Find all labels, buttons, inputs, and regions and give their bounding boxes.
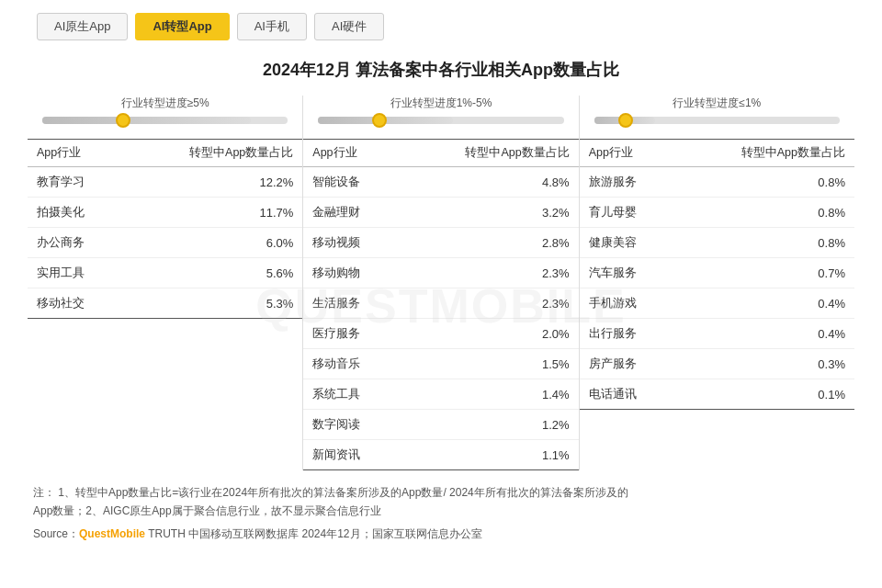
progress-track-low bbox=[594, 117, 840, 124]
app-name: 移动购物 bbox=[303, 258, 400, 288]
table-low: App行业 转型中App数量占比 旅游服务0.8%育儿母婴0.8%健康美容0.8… bbox=[580, 139, 854, 410]
app-pct: 0.8% bbox=[676, 167, 854, 198]
table-row: 手机游戏0.4% bbox=[580, 288, 854, 319]
table-row: 移动音乐1.5% bbox=[303, 349, 578, 379]
app-name: 汽车服务 bbox=[580, 258, 676, 288]
app-pct: 0.4% bbox=[676, 319, 854, 349]
app-pct: 1.5% bbox=[400, 349, 578, 379]
tab-ai-hardware[interactable]: AI硬件 bbox=[314, 13, 384, 40]
col3-header-app: App行业 bbox=[580, 140, 676, 167]
app-pct: 0.1% bbox=[676, 379, 854, 410]
app-pct: 1.1% bbox=[400, 440, 578, 470]
table-row: 移动视频2.8% bbox=[303, 228, 578, 258]
progress-track-mid bbox=[318, 117, 563, 124]
app-name: 移动音乐 bbox=[303, 349, 400, 379]
column-low: 行业转型进度≤1% App行业 转型中App数量占比 旅游服务0.8%育儿母婴0… bbox=[580, 96, 854, 470]
col1-header-pct: 转型中App数量占比 bbox=[124, 140, 302, 167]
app-pct: 4.8% bbox=[400, 167, 578, 198]
source-line: Source：QuestMobile TRUTH 中国移动互联网数据库 2024… bbox=[33, 525, 849, 543]
app-name: 生活服务 bbox=[303, 288, 400, 319]
app-name: 系统工具 bbox=[303, 379, 400, 410]
app-pct: 0.8% bbox=[676, 228, 854, 258]
app-name: 旅游服务 bbox=[580, 167, 676, 198]
main-content: QUESTMOBILE 2024年12月 算法备案中各行业相关App数量占比 行… bbox=[0, 59, 882, 552]
app-name: 育儿母婴 bbox=[580, 198, 676, 228]
tab-ai-phone[interactable]: AI手机 bbox=[237, 13, 307, 40]
app-name: 教育学习 bbox=[28, 167, 124, 198]
page-title: 2024年12月 算法备案中各行业相关App数量占比 bbox=[0, 59, 882, 81]
table-row: 智能设备4.8% bbox=[303, 167, 578, 198]
app-name: 办公商务 bbox=[28, 228, 124, 258]
progress-section-low: 行业转型进度≤1% bbox=[580, 96, 854, 139]
progress-dot-high bbox=[116, 113, 130, 128]
table-row: 育儿母婴0.8% bbox=[580, 198, 854, 228]
table-row: 汽车服务0.7% bbox=[580, 258, 854, 288]
app-name: 金融理财 bbox=[303, 198, 400, 228]
table-row: 房产服务0.3% bbox=[580, 349, 854, 379]
app-pct: 11.7% bbox=[124, 198, 302, 228]
app-name: 新闻资讯 bbox=[303, 440, 400, 470]
app-pct: 0.4% bbox=[676, 288, 854, 319]
table-row: 移动社交5.3% bbox=[28, 288, 302, 319]
app-pct: 2.3% bbox=[400, 258, 578, 288]
app-pct: 2.3% bbox=[400, 288, 578, 319]
col3-header-pct: 转型中App数量占比 bbox=[676, 140, 854, 167]
table-row: 新闻资讯1.1% bbox=[303, 440, 578, 470]
progress-label-mid: 行业转型进度1%-5% bbox=[318, 96, 563, 111]
app-name: 拍摄美化 bbox=[28, 198, 124, 228]
table-high: App行业 转型中App数量占比 教育学习12.2%拍摄美化11.7%办公商务6… bbox=[28, 139, 302, 319]
progress-track-high bbox=[42, 117, 288, 124]
tab-bar: AI原生App AI转型App AI手机 AI硬件 bbox=[0, 0, 882, 50]
tab-ai-transform[interactable]: AI转型App bbox=[135, 13, 229, 40]
tab-ai-native[interactable]: AI原生App bbox=[37, 13, 128, 40]
table-row: 医疗服务2.0% bbox=[303, 319, 578, 349]
table-row: 办公商务6.0% bbox=[28, 228, 302, 258]
progress-section-mid: 行业转型进度1%-5% bbox=[303, 96, 578, 139]
table-mid: App行业 转型中App数量占比 智能设备4.8%金融理财3.2%移动视频2.8… bbox=[303, 139, 578, 470]
column-high: 行业转型进度≥5% App行业 转型中App数量占比 教育学习12.2%拍摄美化… bbox=[28, 96, 303, 470]
note-line1: 注： 1、转型中App数量占比=该行业在2024年所有批次的算法备案所涉及的Ap… bbox=[33, 483, 849, 502]
app-pct: 5.3% bbox=[124, 288, 302, 319]
app-name: 手机游戏 bbox=[580, 288, 676, 319]
source-brand: QuestMobile bbox=[79, 527, 145, 540]
table-row: 出行服务0.4% bbox=[580, 319, 854, 349]
table-row: 金融理财3.2% bbox=[303, 198, 578, 228]
app-pct: 0.8% bbox=[676, 198, 854, 228]
col2-header-pct: 转型中App数量占比 bbox=[400, 140, 578, 167]
progress-dot-mid bbox=[372, 113, 387, 128]
app-pct: 0.3% bbox=[676, 349, 854, 379]
app-name: 实用工具 bbox=[28, 258, 124, 288]
app-pct: 2.8% bbox=[400, 228, 578, 258]
table-row: 旅游服务0.8% bbox=[580, 167, 854, 198]
data-columns: 行业转型进度≥5% App行业 转型中App数量占比 教育学习12.2%拍摄美化… bbox=[0, 96, 882, 470]
app-name: 健康美容 bbox=[580, 228, 676, 258]
table-row: 数字阅读1.2% bbox=[303, 410, 578, 440]
app-pct: 1.2% bbox=[400, 410, 578, 440]
progress-label-low: 行业转型进度≤1% bbox=[594, 96, 840, 111]
table-row: 实用工具5.6% bbox=[28, 258, 302, 288]
app-pct: 1.4% bbox=[400, 379, 578, 410]
app-name: 电话通讯 bbox=[580, 379, 676, 410]
note-line2: App数量；2、AIGC原生App属于聚合信息行业，故不显示聚合信息行业 bbox=[33, 502, 849, 520]
progress-fill-high bbox=[42, 117, 251, 124]
table-row: 电话通讯0.1% bbox=[580, 379, 854, 410]
table-row: 系统工具1.4% bbox=[303, 379, 578, 410]
col1-header-app: App行业 bbox=[28, 140, 124, 167]
table-row: 拍摄美化11.7% bbox=[28, 198, 302, 228]
col2-header-app: App行业 bbox=[303, 140, 400, 167]
column-mid: 行业转型进度1%-5% App行业 转型中App数量占比 智能设备4.8%金融理… bbox=[303, 96, 579, 470]
progress-section-high: 行业转型进度≥5% bbox=[28, 96, 302, 139]
app-pct: 5.6% bbox=[124, 258, 302, 288]
app-name: 医疗服务 bbox=[303, 319, 400, 349]
table-row: 教育学习12.2% bbox=[28, 167, 302, 198]
source-suffix: TRUTH 中国移动互联网数据库 2024年12月；国家互联网信息办公室 bbox=[145, 527, 482, 540]
app-name: 房产服务 bbox=[580, 349, 676, 379]
progress-dot-low bbox=[618, 113, 633, 128]
app-name: 移动视频 bbox=[303, 228, 400, 258]
footer: 注： 1、转型中App数量占比=该行业在2024年所有批次的算法备案所涉及的Ap… bbox=[0, 470, 882, 552]
app-pct: 3.2% bbox=[400, 198, 578, 228]
source-prefix: Source： bbox=[33, 527, 79, 540]
progress-label-high: 行业转型进度≥5% bbox=[42, 96, 288, 111]
app-pct: 2.0% bbox=[400, 319, 578, 349]
app-name: 移动社交 bbox=[28, 288, 124, 319]
